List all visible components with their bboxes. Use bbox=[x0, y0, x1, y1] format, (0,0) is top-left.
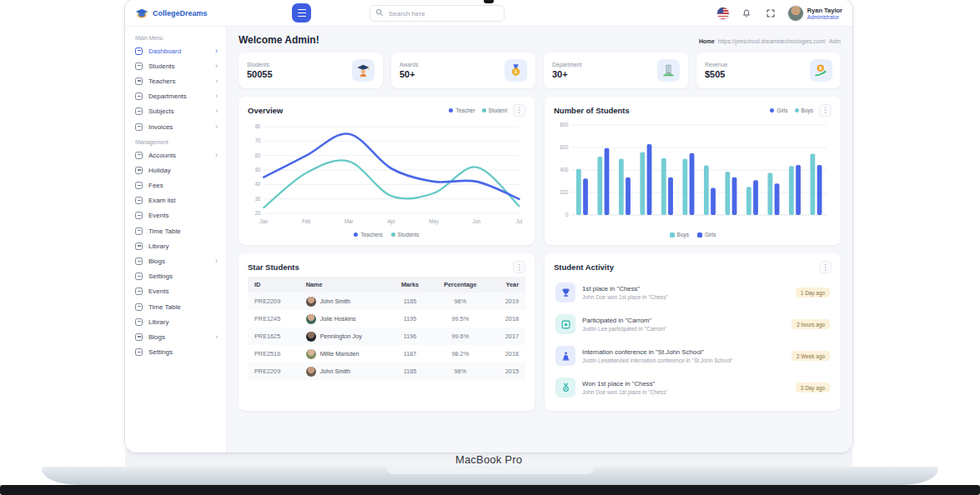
cell-percentage: 98% bbox=[430, 292, 490, 310]
legend-label: Students bbox=[398, 232, 420, 238]
sidebar-item-settings[interactable]: Settings bbox=[125, 269, 226, 284]
sidebar-item-library[interactable]: Library bbox=[125, 314, 226, 329]
breadcrumb-home-link[interactable]: Home bbox=[699, 38, 715, 44]
sidebar-item-accounts[interactable]: Accounts› bbox=[125, 148, 226, 162]
activity-subtitle: Justin Leeattended internation conferenc… bbox=[582, 358, 785, 363]
cell-year: 2018 bbox=[490, 310, 525, 328]
star-students-menu-button[interactable]: ⋮ bbox=[513, 261, 525, 273]
cell-id: PRE1625 bbox=[248, 328, 299, 345]
table-row: PRE2209John Smith118598%2019 bbox=[248, 292, 525, 310]
topbar: CollegeDreams bbox=[125, 0, 852, 27]
user-profile[interactable]: Ryan Taylor Administrator bbox=[788, 6, 842, 21]
legend-item-boys[interactable]: Boys bbox=[795, 108, 813, 113]
legend-item-teacher[interactable]: Teacher bbox=[449, 108, 475, 113]
legend-item-boys[interactable]: Boys bbox=[670, 232, 689, 238]
sidebar-item-exam-list[interactable]: Exam list bbox=[125, 193, 226, 208]
svg-text:800: 800 bbox=[560, 122, 569, 128]
svg-text:50: 50 bbox=[255, 167, 261, 172]
stat-card-value: 30+ bbox=[552, 69, 582, 79]
search-icon bbox=[375, 8, 384, 17]
invoices-icon bbox=[135, 123, 143, 131]
activity-item: Won 1st place in "Chess"John Doe won 1st… bbox=[554, 372, 832, 403]
sidebar-item-events[interactable]: Events bbox=[125, 284, 226, 299]
legend-item-girls[interactable]: Girls bbox=[770, 108, 787, 113]
cell-percentage: 98% bbox=[430, 362, 490, 380]
main-content: Welcome Admin! Home https://preschool.dr… bbox=[227, 27, 852, 452]
legend-swatch bbox=[391, 232, 395, 237]
events-icon bbox=[135, 288, 143, 295]
chevron-right-icon: › bbox=[215, 78, 218, 85]
svg-text:400: 400 bbox=[560, 167, 569, 172]
student-name-text: John Smith bbox=[320, 298, 351, 305]
chevron-right-icon: › bbox=[215, 108, 218, 115]
sidebar-item-time-table[interactable]: Time Table bbox=[125, 299, 226, 314]
students-menu-button[interactable]: ⋮ bbox=[819, 104, 832, 117]
legend-item-students[interactable]: Students bbox=[391, 232, 420, 238]
time-table-icon bbox=[135, 303, 143, 311]
students-legend-bottom: BoysGirls bbox=[554, 232, 832, 238]
legend-swatch bbox=[795, 108, 799, 112]
star-students-table: IDNameMarksPercentageYear PRE2209John Sm… bbox=[248, 277, 525, 380]
teachers-icon bbox=[135, 78, 143, 85]
sidebar-item-label: Library bbox=[148, 318, 168, 326]
stat-card-label: Awards bbox=[400, 62, 419, 68]
sidebar-item-time-table[interactable]: Time Table bbox=[125, 223, 226, 238]
sidebar-item-label: Dashboard bbox=[148, 48, 181, 55]
cell-percentage: 98.2% bbox=[430, 345, 490, 362]
brand-logo[interactable]: CollegeDreams bbox=[125, 8, 227, 19]
sidebar-item-blogs[interactable]: Blogs› bbox=[125, 253, 226, 268]
sidebar-item-label: Subjects bbox=[148, 108, 174, 115]
overview-menu-button[interactable]: ⋮ bbox=[513, 104, 525, 117]
legend-item-teachers[interactable]: Teachers bbox=[354, 232, 382, 238]
macbook-screen: CollegeDreams bbox=[125, 0, 852, 452]
activity-title: Won 1st place in "Chess" bbox=[582, 380, 789, 388]
sidebar-item-label: Departments bbox=[148, 92, 187, 100]
sidebar-item-label: Blogs bbox=[148, 333, 165, 341]
svg-text:70: 70 bbox=[255, 138, 261, 143]
cell-name: John Smith bbox=[299, 362, 390, 380]
sidebar-item-label: Students bbox=[148, 62, 175, 70]
legend-swatch bbox=[482, 108, 486, 112]
activity-title: Internation conference in "St.John Schoo… bbox=[582, 348, 785, 356]
page: MacBook Pro CollegeDreams bbox=[0, 0, 980, 495]
sidebar-item-library[interactable]: Library bbox=[125, 238, 226, 253]
sidebar-item-events[interactable]: Events bbox=[125, 208, 226, 223]
trophy-icon bbox=[555, 282, 575, 302]
chevron-right-icon: › bbox=[215, 258, 218, 265]
sidebar: Main MenuDashboard›Students›Teachers›Dep… bbox=[125, 27, 227, 452]
sidebar-toggle-button[interactable] bbox=[292, 3, 311, 22]
sidebar-item-students[interactable]: Students› bbox=[125, 58, 226, 73]
sidebar-item-teachers[interactable]: Teachers› bbox=[125, 73, 226, 88]
stat-card-department: Department30+ bbox=[544, 52, 688, 88]
fullscreen-icon[interactable] bbox=[764, 7, 777, 20]
dashboard-icon bbox=[135, 48, 143, 55]
activity-text: 1st place in "Chess"John Doe won 1st pla… bbox=[582, 285, 789, 300]
legend-item-girls[interactable]: Girls bbox=[697, 232, 716, 238]
sidebar-item-holiday[interactable]: Holiday bbox=[125, 162, 226, 178]
cell-id: PRE2209 bbox=[248, 292, 299, 310]
settings-icon bbox=[135, 272, 143, 280]
sidebar-item-departments[interactable]: Departments› bbox=[125, 89, 226, 104]
search-input[interactable] bbox=[369, 5, 505, 22]
sidebar-item-label: Library bbox=[148, 242, 168, 250]
legend-item-student[interactable]: Student bbox=[482, 108, 507, 113]
activity-text: Participated in "Carrom"Justin Lee parti… bbox=[582, 317, 785, 332]
sidebar-item-subjects[interactable]: Subjects› bbox=[125, 104, 226, 119]
sidebar-item-label: Time Table bbox=[148, 303, 181, 311]
cell-name: Pennington Joy bbox=[299, 328, 390, 345]
sidebar-item-fees[interactable]: Fees bbox=[125, 178, 226, 193]
notifications-bell-icon[interactable] bbox=[740, 7, 753, 20]
sidebar-item-blogs[interactable]: Blogs› bbox=[125, 329, 226, 344]
stat-card-awards: Awards50+1 bbox=[391, 52, 535, 88]
language-flag-icon[interactable] bbox=[717, 8, 729, 19]
sidebar-item-invoices[interactable]: Invoices› bbox=[125, 119, 226, 134]
graduate-icon bbox=[352, 59, 374, 82]
sidebar-section-label: Main Menu bbox=[135, 35, 226, 41]
sidebar-item-dashboard[interactable]: Dashboard› bbox=[125, 43, 226, 58]
student-activity-menu-button[interactable]: ⋮ bbox=[819, 261, 832, 273]
sidebar-item-settings[interactable]: Settings bbox=[125, 345, 226, 360]
activity-title: Participated in "Carrom" bbox=[582, 317, 785, 324]
sidebar-section-label: Management bbox=[135, 139, 226, 145]
carrom-icon bbox=[555, 314, 575, 334]
events-icon bbox=[135, 212, 143, 219]
